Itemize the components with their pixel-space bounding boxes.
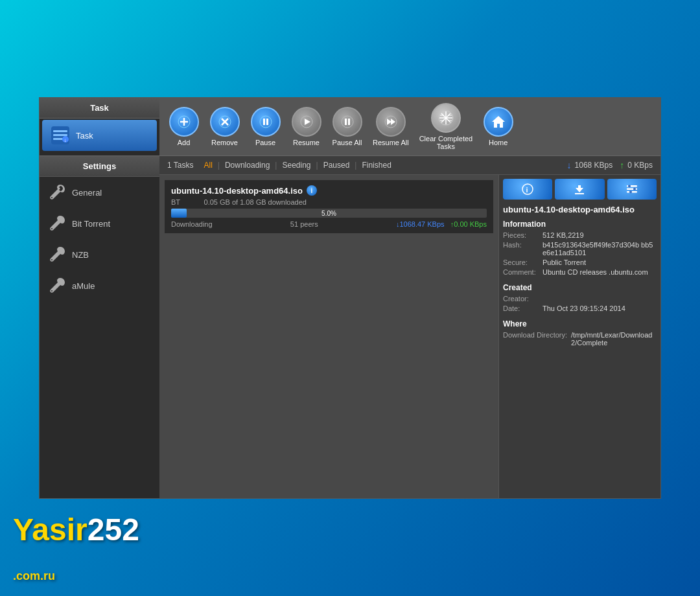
general-label: General [72,188,102,198]
sidebar-item-bittorrent[interactable]: Bit Torrent [40,208,159,239]
sep1: | [218,161,220,170]
svg-text:↓: ↓ [64,137,67,143]
svg-point-41 [633,188,636,190]
sidebar-item-task[interactable]: ↓ Task [42,120,157,151]
task-type: BT [171,198,180,206]
filter-all[interactable]: All [204,161,212,170]
task-list: ubuntu-14.10-desktop-amd64.iso i BT 0.05… [159,175,498,498]
main-content: Add Remove Pause Resume [159,98,660,498]
svg-rect-1 [53,130,67,132]
add-button[interactable]: Add [166,106,202,148]
add-label: Add [178,139,191,146]
task-status-row: Downloading 51 peers ↓1068.47 KBps ↑0.00… [171,220,487,228]
detail-creator-row: Creator: [503,295,657,303]
remove-icon [210,107,240,137]
watermark: Yasir252.com.ru [13,512,139,583]
svg-rect-36 [575,193,584,194]
pause-all-icon [332,107,362,137]
clear-completed-icon [431,103,461,133]
clear-completed-button[interactable]: Clear CompletedTasks [417,102,476,152]
task-speeds: ↓1068.47 KBps ↑0.00 KBps [396,220,487,228]
filter-downloading[interactable]: Downloading [225,161,270,170]
detail-hash-row: Hash: b415c913643e5ff49fe37d304b bb5e6e1… [503,241,657,257]
svg-marker-35 [576,185,583,192]
nzb-label: NZB [72,250,89,260]
wrench-icon-nzb [47,246,65,264]
hash-label: Hash: [503,241,539,257]
svg-point-42 [629,190,632,193]
watermark-num: 252 [88,512,139,547]
comment-label: Comment: [503,268,539,276]
task-section-title: Task [40,98,159,119]
task-dl-speed: ↓1068.47 KBps [396,220,445,228]
dir-label: Download Directory: [503,331,567,347]
filter-finished[interactable]: Finished [362,161,391,170]
detail-dir-row: Download Directory: /tmp/mnt/Lexar/Downl… [503,331,657,347]
hash-value: b415c913643e5ff49fe37d304b bb5e6e11ad510… [542,241,657,257]
info-tab-icon: i [522,183,533,195]
secure-value: Public Torrent [542,258,586,266]
date-value: Thu Oct 23 09:15:24 2014 [542,304,625,312]
detail-tab-download[interactable] [555,179,604,200]
resume-label: Resume [293,139,320,146]
task-name: ubuntu-14.10-desktop-amd64.iso [171,186,303,196]
task-header: ubuntu-14.10-desktop-amd64.iso i [171,185,487,196]
pause-all-button[interactable]: Pause All [329,106,365,148]
svg-rect-14 [266,119,268,125]
resume-icon [292,107,321,137]
sep3: | [316,161,318,170]
sidebar-item-nzb[interactable]: NZB [40,239,159,270]
sidebar: Task ↓ Task Settings General [40,98,159,498]
svg-marker-32 [492,116,505,128]
progress-bar-fill [171,209,187,218]
filter-right: ↓ 1068 KBps ↑ 0 KBps [567,160,653,170]
filter-paused[interactable]: Paused [323,161,350,170]
download-tab-icon [574,183,585,195]
remove-button[interactable]: Remove [207,106,242,148]
download-arrow-icon: ↓ [567,160,572,170]
pause-label: Pause [255,139,275,146]
remove-label: Remove [211,139,238,146]
task-ul-speed: ↑0.00 KBps [450,220,487,228]
pieces-label: Pieces: [503,231,539,239]
task-count: 1 Tasks [167,161,193,170]
detail-tab-info[interactable]: i [503,179,552,200]
home-icon [484,107,513,137]
app-window: Task ↓ Task Settings General [39,97,661,499]
resume-button[interactable]: Resume [288,106,324,148]
sep2: | [275,161,277,170]
home-label: Home [489,139,508,146]
pause-icon [251,107,281,137]
svg-marker-16 [305,119,310,125]
pause-button[interactable]: Pause [248,106,283,148]
bittorrent-label: Bit Torrent [72,219,110,229]
detail-tab-settings[interactable] [607,179,657,200]
task-icon: ↓ [50,125,71,146]
svg-rect-3 [53,138,63,140]
resume-all-button[interactable]: Resume All [370,106,412,148]
detail-date-row: Date: Thu Oct 23 09:15:24 2014 [503,304,657,312]
detail-filename: ubuntu-14.10-desktop-amd64.iso [503,205,657,214]
svg-point-40 [628,185,631,187]
svg-rect-13 [263,119,265,125]
filter-left: 1 Tasks All | Downloading | Seeding | Pa… [167,161,391,170]
task-peers: 51 peers [290,220,318,228]
created-section-title: Created [503,283,657,292]
detail-comment-row: Comment: Ubuntu CD releases .ubuntu.com [503,268,657,276]
sidebar-item-amule[interactable]: aMule [40,270,159,301]
progress-label: 5.0% [321,210,336,217]
svg-rect-18 [345,119,347,125]
svg-point-17 [342,116,353,128]
sidebar-item-general[interactable]: General [40,177,159,208]
settings-tab-icon [626,183,638,195]
settings-section-title: Settings [40,155,159,177]
watermark-yasir: Yasir [13,512,88,547]
home-button[interactable]: Home [480,106,516,148]
watermark-com: .com.ru [13,569,55,582]
download-speed: 1068 KBps [575,161,613,170]
pause-all-label: Pause All [332,139,362,146]
filter-seeding[interactable]: Seeding [282,161,310,170]
task-row[interactable]: ubuntu-14.10-desktop-amd64.iso i BT 0.05… [165,180,493,233]
amule-label: aMule [72,281,95,291]
sep4: | [355,161,356,170]
